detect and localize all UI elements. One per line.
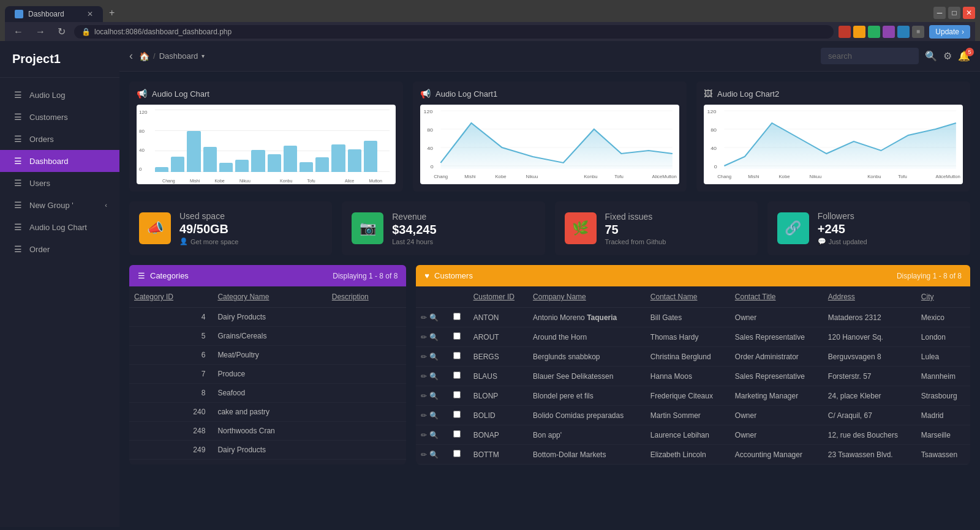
edit-icon[interactable]: ✏ <box>421 450 427 459</box>
table-row: ✏ 🔍 BLAUS Blauer See Delikatessen Hanna … <box>416 367 970 386</box>
notifications-bell-icon[interactable]: 🔔 5 <box>958 50 970 62</box>
search-input[interactable] <box>821 48 919 64</box>
forward-button[interactable]: → <box>32 25 49 39</box>
city-cell: Tsawassen <box>916 445 970 465</box>
search-icon[interactable]: 🔍 <box>925 50 937 62</box>
search-row-icon[interactable]: 🔍 <box>429 392 439 400</box>
sidebar-item-order[interactable]: ☰ Order <box>0 238 119 260</box>
sidebar-item-orders[interactable]: ☰ Orders <box>0 128 119 150</box>
row-checkbox-cell[interactable] <box>448 347 469 367</box>
contact-name-cell: Hanna Moos <box>646 367 730 386</box>
row-checkbox-cell[interactable] <box>448 308 469 327</box>
row-checkbox[interactable] <box>453 352 461 359</box>
edit-icon[interactable]: ✏ <box>421 431 427 439</box>
close-button[interactable]: ✕ <box>963 7 975 19</box>
sidebar: Project1 ☰ Audio Log ☰ Customers ☰ Order… <box>0 41 119 527</box>
sidebar-item-new-group[interactable]: ☰ New Group ' ‹ <box>0 194 119 216</box>
row-checkbox-cell[interactable] <box>448 386 469 406</box>
update-button[interactable]: Update › <box>929 25 970 39</box>
stat-card-revenue: 📷 Revenue $34,245 Last 24 hours <box>342 201 545 255</box>
categories-table: Category ID Category Name Description 4 … <box>129 286 406 460</box>
maximize-button[interactable]: □ <box>948 7 960 19</box>
col-customer-id: Customer ID <box>469 286 528 308</box>
sidebar-item-audio-log[interactable]: ☰ Audio Log <box>0 84 119 106</box>
row-checkbox-cell[interactable] <box>448 445 469 465</box>
row-checkbox[interactable] <box>453 430 461 438</box>
cat-id-cell: 5 <box>129 327 213 346</box>
settings-icon[interactable]: ⚙ <box>943 50 952 62</box>
bar-8 <box>268 154 281 172</box>
home-icon[interactable]: 🏠 <box>139 51 149 61</box>
browser-tab-active[interactable]: Dashboard ✕ <box>5 6 103 22</box>
row-checkbox-cell[interactable] <box>448 406 469 425</box>
row-checkbox[interactable] <box>453 411 461 418</box>
row-actions-cell[interactable]: ✏ 🔍 <box>416 327 448 347</box>
edit-icon[interactable]: ✏ <box>421 313 427 322</box>
comment-icon: 💬 <box>818 237 826 245</box>
edit-icon[interactable]: ✏ <box>421 411 427 420</box>
row-actions-cell[interactable]: ✏ 🔍 <box>416 406 448 425</box>
edit-icon[interactable]: ✏ <box>421 372 427 381</box>
fixed-issues-sub: Tracked from Github <box>605 238 748 245</box>
new-tab-button[interactable]: + <box>103 4 121 22</box>
row-checkbox[interactable] <box>453 391 461 398</box>
customers-title: Customers <box>434 271 473 280</box>
search-row-icon[interactable]: 🔍 <box>429 372 439 381</box>
fixed-issues-value: 75 <box>605 223 748 237</box>
sidebar-label-orders: Orders <box>29 135 54 144</box>
fixed-issues-title: Fixed issues <box>605 212 748 222</box>
row-checkbox-cell[interactable] <box>448 367 469 386</box>
search-row-icon[interactable]: 🔍 <box>429 333 439 342</box>
sidebar-label-users: Users <box>29 179 50 188</box>
menu-toggle-button[interactable]: ‹ <box>129 50 133 62</box>
used-space-value: 49/50GB <box>179 222 322 236</box>
categories-table-header: ☰ Categories Displaying 1 - 8 of 8 <box>129 265 406 286</box>
col-contact-name: Contact Name <box>646 286 730 308</box>
svg-text:Nikuu: Nikuu <box>526 174 538 179</box>
row-actions-cell[interactable]: ✏ 🔍 <box>416 425 448 445</box>
svg-text:80: 80 <box>427 127 433 132</box>
col-actions <box>416 286 448 308</box>
url-bar[interactable]: 🔒 localhost:8086/dashboard_dashboard.php <box>74 25 834 39</box>
search-row-icon[interactable]: 🔍 <box>429 411 439 420</box>
row-actions-cell[interactable]: ✏ 🔍 <box>416 445 448 465</box>
sidebar-item-customers[interactable]: ☰ Customers <box>0 106 119 128</box>
row-actions-cell[interactable]: ✏ 🔍 <box>416 367 448 386</box>
row-actions-cell[interactable]: ✏ 🔍 <box>416 386 448 406</box>
categories-header-left: ☰ Categories <box>138 271 189 280</box>
edit-icon[interactable]: ✏ <box>421 353 427 361</box>
minimize-button[interactable]: ─ <box>933 7 946 19</box>
row-checkbox-cell[interactable] <box>448 425 469 445</box>
chart-3-svg: 120 80 40 0 Chang Mishi Kobe Nikuu Konbu… <box>704 105 963 184</box>
sidebar-label-customers: Customers <box>29 113 68 122</box>
search-row-icon[interactable]: 🔍 <box>429 450 439 459</box>
chevron-left-icon: ‹ <box>105 201 107 209</box>
row-actions-cell[interactable]: ✏ 🔍 <box>416 347 448 367</box>
edit-icon[interactable]: ✏ <box>421 392 427 400</box>
sidebar-item-users[interactable]: ☰ Users <box>0 172 119 194</box>
reload-button[interactable]: ↻ <box>54 24 69 39</box>
sidebar-item-dashboard[interactable]: ☰ Dashboard <box>0 150 119 172</box>
customers-display-info: Displaying 1 - 8 of 8 <box>897 272 962 280</box>
row-checkbox[interactable] <box>453 450 461 457</box>
search-row-icon[interactable]: 🔍 <box>429 431 439 439</box>
edit-icon[interactable]: ✏ <box>421 333 427 342</box>
search-row-icon[interactable]: 🔍 <box>429 353 439 361</box>
row-checkbox[interactable] <box>453 313 461 320</box>
cat-desc-cell <box>327 327 407 346</box>
back-button[interactable]: ← <box>10 25 27 39</box>
breadcrumb: 🏠 / Dashboard ▾ <box>139 51 205 61</box>
tab-close-icon[interactable]: ✕ <box>87 10 93 18</box>
notification-badge: 5 <box>965 48 974 56</box>
row-checkbox-cell[interactable] <box>448 327 469 347</box>
row-actions-cell[interactable]: ✏ 🔍 <box>416 308 448 327</box>
row-checkbox[interactable] <box>453 332 461 340</box>
cat-id-cell: 6 <box>129 346 213 365</box>
row-checkbox[interactable] <box>453 371 461 379</box>
search-row-icon[interactable]: 🔍 <box>429 313 439 322</box>
chart-3-icon: 🖼 <box>704 89 712 99</box>
categories-display-info: Displaying 1 - 8 of 8 <box>333 272 398 280</box>
col-description: Description <box>327 286 407 308</box>
sidebar-item-audio-log-chart[interactable]: ☰ Audio Log Chart <box>0 216 119 238</box>
chart-3-header: 🖼 Audio Log Chart2 <box>704 89 963 99</box>
